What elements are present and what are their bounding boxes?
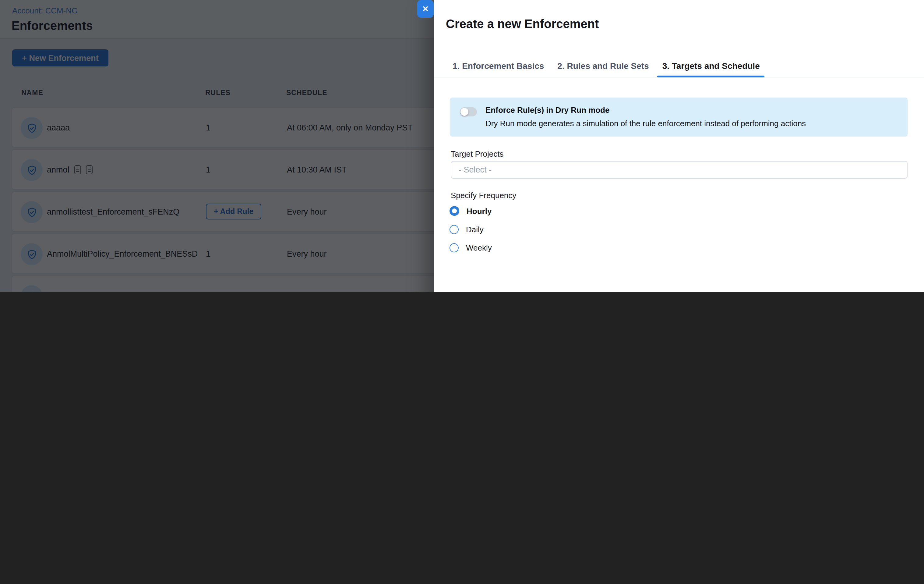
frequency-option-daily[interactable]: Daily — [449, 224, 924, 234]
frequency-option-label: Weekly — [466, 243, 492, 252]
dry-run-description: Dry Run mode generates a simulation of t… — [485, 119, 806, 129]
select-placeholder: - Select - — [459, 165, 492, 174]
radio-unselected-icon[interactable] — [449, 225, 459, 234]
dry-run-title: Enforce Rule(s) in Dry Run mode — [485, 106, 806, 115]
drawer-title: Create a new Enforcement — [446, 17, 599, 31]
drawer-content: Enforce Rule(s) in Dry Run mode Dry Run … — [434, 78, 924, 292]
create-enforcement-drawer: ✕ Create a new Enforcement 1. Enforcemen… — [434, 0, 924, 292]
tab-3-targets-and-schedule[interactable]: 3. Targets and Schedule — [658, 55, 765, 77]
specify-frequency-label: Specify Frequency — [451, 191, 908, 200]
close-drawer-button[interactable]: ✕ — [417, 0, 434, 18]
dry-run-texts: Enforce Rule(s) in Dry Run mode Dry Run … — [485, 106, 806, 129]
radio-unselected-icon[interactable] — [449, 243, 459, 252]
dry-run-info-box: Enforce Rule(s) in Dry Run mode Dry Run … — [450, 98, 908, 137]
frequency-option-weekly[interactable]: Weekly — [449, 243, 924, 252]
tab-1-enforcement-basics[interactable]: 1. Enforcement Basics — [448, 55, 549, 77]
frequency-radio-group: HourlyDailyWeekly — [449, 206, 924, 252]
drawer-tabs: 1. Enforcement Basics2. Rules and Rule S… — [434, 55, 924, 78]
frequency-option-hourly[interactable]: Hourly — [449, 206, 924, 216]
frequency-option-label: Hourly — [467, 206, 492, 215]
toggle-knob — [460, 108, 469, 116]
frequency-option-label: Daily — [466, 225, 483, 234]
radio-selected-icon[interactable] — [449, 206, 459, 216]
tab-2-rules-and-rule-sets[interactable]: 2. Rules and Rule Sets — [553, 55, 653, 77]
target-projects-select[interactable]: - Select - — [451, 161, 908, 179]
app-root: Account: CCM-NG Enforcements + New Enfor… — [0, 0, 924, 292]
dry-run-toggle[interactable] — [460, 107, 477, 116]
target-projects-label: Target Projects — [451, 149, 908, 159]
